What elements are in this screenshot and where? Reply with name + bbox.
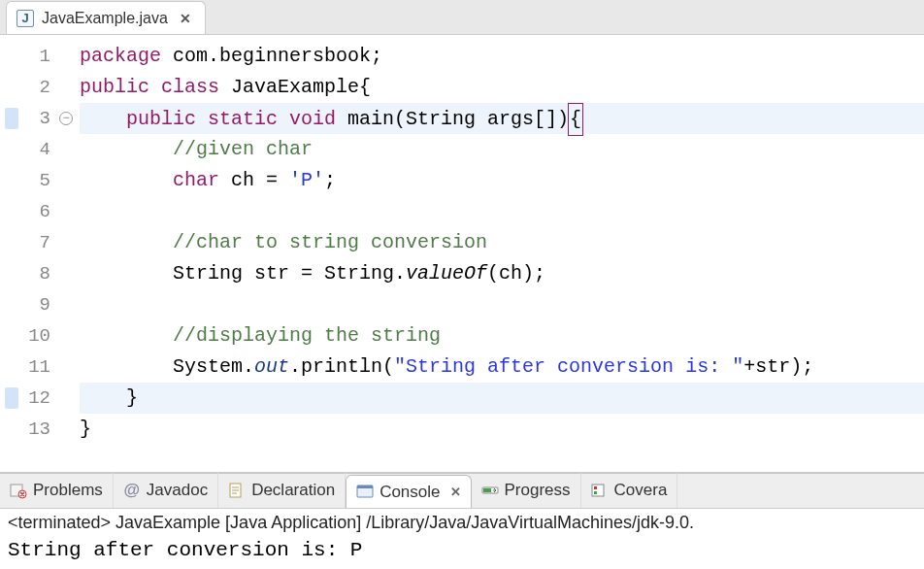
line-number: 12 — [19, 383, 50, 414]
fold-slot — [56, 134, 76, 165]
console-process-header: <terminated> JavaExample [Java Applicati… — [0, 509, 924, 537]
code-line[interactable]: char ch = 'P'; — [80, 165, 924, 196]
svg-rect-7 — [592, 485, 604, 496]
fold-slot — [56, 289, 76, 320]
line-number: 10 — [19, 320, 50, 351]
fold-slot — [56, 227, 76, 258]
line-number: 4 — [19, 134, 50, 165]
tab-problems[interactable]: Problems — [0, 473, 114, 508]
fold-slot — [56, 351, 76, 383]
fold-slot — [56, 414, 76, 445]
code-line[interactable]: public static void main(String args[]){ — [80, 103, 924, 134]
tab-title: JavaExample.java — [42, 10, 168, 27]
line-number: 3 — [19, 103, 50, 134]
editor-tab-bar: J JavaExample.java ✕ — [0, 0, 924, 35]
marker-slot — [0, 383, 19, 414]
bottom-panel: Problems @ Javadoc Declaration Console ✕… — [0, 472, 924, 569]
javadoc-icon: @ — [123, 482, 141, 499]
line-number-gutter: 12345678910111213 — [19, 41, 56, 472]
tab-label: Progress — [505, 481, 571, 500]
fold-slot — [56, 320, 76, 351]
tab-javadoc[interactable]: @ Javadoc — [114, 473, 218, 508]
code-line[interactable]: } — [80, 414, 924, 445]
line-number: 8 — [19, 258, 50, 289]
close-icon[interactable]: ✕ — [450, 485, 461, 499]
line-number: 2 — [19, 72, 50, 103]
progress-icon — [481, 482, 499, 499]
marker-slot — [0, 289, 19, 320]
coverage-icon — [591, 482, 609, 499]
tab-declaration[interactable]: Declaration — [218, 473, 346, 508]
code-line[interactable]: System.out.println("String after convers… — [80, 351, 924, 383]
code-editor[interactable]: 12345678910111213 − package com.beginner… — [0, 35, 924, 472]
line-number: 7 — [19, 227, 50, 258]
console-icon — [356, 484, 374, 501]
tab-console[interactable]: Console ✕ — [346, 475, 471, 508]
code-area[interactable]: package com.beginnersbook;public class J… — [76, 41, 924, 472]
fold-slot — [56, 72, 76, 103]
fold-slot — [56, 165, 76, 196]
close-icon[interactable]: ✕ — [176, 11, 195, 26]
java-file-icon: J — [16, 10, 34, 27]
tab-progress[interactable]: Progress — [472, 473, 581, 508]
marker-slot — [0, 414, 19, 445]
fold-toggle-icon[interactable]: − — [59, 112, 73, 125]
console-output: String after conversion is: P — [0, 537, 924, 569]
code-line[interactable]: public class JavaExample{ — [80, 72, 924, 103]
code-line[interactable]: //given char — [80, 134, 924, 165]
line-number: 13 — [19, 414, 50, 445]
code-line[interactable]: package com.beginnersbook; — [80, 41, 924, 72]
fold-slot — [56, 196, 76, 227]
tab-label: Covera — [614, 481, 668, 500]
fold-slot — [56, 41, 76, 72]
marker-slot — [0, 41, 19, 72]
svg-rect-6 — [483, 488, 491, 492]
svg-rect-4 — [357, 485, 373, 488]
marker-slot — [0, 320, 19, 351]
fold-slot — [56, 383, 76, 414]
tab-label: Javadoc — [147, 481, 208, 500]
problems-icon — [10, 482, 27, 499]
bottom-tab-bar: Problems @ Javadoc Declaration Console ✕… — [0, 474, 924, 509]
editor-tab-javaexample[interactable]: J JavaExample.java ✕ — [6, 1, 206, 34]
marker-slot — [0, 165, 19, 196]
fold-slot — [56, 258, 76, 289]
tab-label: Declaration — [251, 481, 335, 500]
svg-rect-9 — [594, 491, 597, 494]
marker-slot — [0, 72, 19, 103]
marker-slot — [0, 134, 19, 165]
marker-ruler — [0, 41, 19, 472]
code-line[interactable]: String str = String.valueOf(ch); — [80, 258, 924, 289]
tab-coverage[interactable]: Covera — [581, 473, 678, 508]
line-number: 6 — [19, 196, 50, 227]
fold-slot: − — [56, 103, 76, 134]
marker-slot — [0, 258, 19, 289]
marker-slot — [0, 227, 19, 258]
code-line[interactable] — [80, 289, 924, 320]
code-line[interactable]: //displaying the string — [80, 320, 924, 351]
marker-slot — [0, 351, 19, 383]
declaration-icon — [228, 482, 246, 499]
svg-rect-8 — [594, 486, 597, 489]
line-number: 1 — [19, 41, 50, 72]
code-line[interactable]: } — [80, 383, 924, 414]
marker-slot — [0, 196, 19, 227]
line-number: 11 — [19, 351, 50, 383]
line-number: 9 — [19, 289, 50, 320]
tab-label: Problems — [33, 481, 103, 500]
marker-slot — [0, 103, 19, 134]
line-number: 5 — [19, 165, 50, 196]
code-line[interactable] — [80, 196, 924, 227]
tab-label: Console — [380, 483, 440, 502]
code-line[interactable]: //char to string conversion — [80, 227, 924, 258]
fold-ruler: − — [56, 41, 76, 472]
